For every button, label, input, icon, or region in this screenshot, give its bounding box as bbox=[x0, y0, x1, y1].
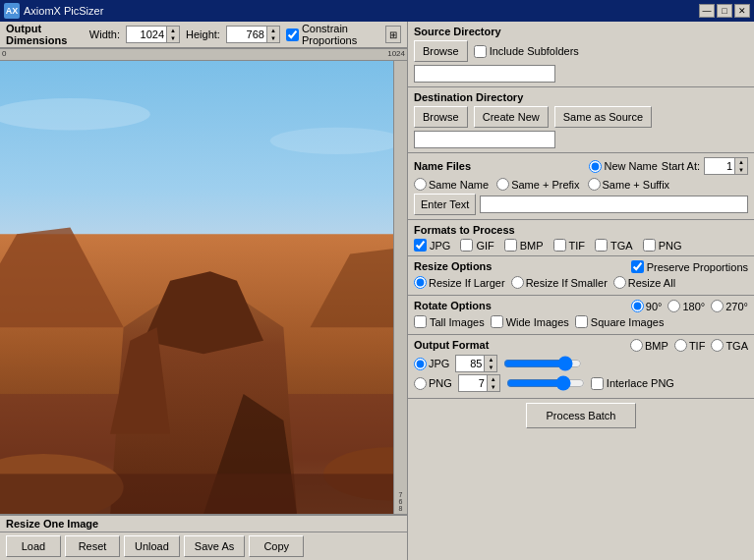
square-images-label[interactable]: Square Images bbox=[575, 315, 665, 328]
tif-format-checkbox[interactable] bbox=[553, 239, 566, 252]
rotate-90-radio[interactable] bbox=[631, 300, 644, 312]
height-down-btn[interactable]: ▼ bbox=[267, 34, 279, 42]
same-as-source-button[interactable]: Same as Source bbox=[554, 106, 652, 128]
png-format-checkbox[interactable] bbox=[643, 239, 656, 252]
resize-if-smaller-radio[interactable] bbox=[511, 276, 524, 289]
process-batch-button[interactable]: Process Batch bbox=[526, 403, 637, 428]
constrain-proportions-checkbox[interactable] bbox=[286, 28, 299, 41]
wide-images-label[interactable]: Wide Images bbox=[491, 315, 569, 328]
name-text-input[interactable] bbox=[480, 196, 748, 213]
output-png-label[interactable]: PNG bbox=[414, 377, 452, 390]
wide-images-checkbox[interactable] bbox=[491, 315, 503, 328]
save-as-button[interactable]: Save As bbox=[184, 535, 245, 557]
output-tif-label[interactable]: TIF bbox=[674, 339, 706, 352]
load-button[interactable]: Load bbox=[6, 535, 61, 557]
unload-button[interactable]: Unload bbox=[124, 535, 180, 557]
minimize-button[interactable]: — bbox=[699, 4, 715, 18]
png-level-input[interactable] bbox=[459, 375, 487, 391]
output-jpg-radio[interactable] bbox=[414, 358, 427, 370]
output-png-radio[interactable] bbox=[414, 377, 427, 390]
include-subfolders-checkbox[interactable] bbox=[474, 45, 487, 58]
new-name-radio-label[interactable]: New Name bbox=[589, 160, 657, 173]
png-level-up-btn[interactable]: ▲ bbox=[488, 375, 499, 383]
jpg-format-checkbox[interactable] bbox=[414, 239, 427, 252]
dest-browse-button[interactable]: Browse bbox=[414, 106, 468, 128]
same-plus-suffix-radio-label[interactable]: Same + Suffix bbox=[588, 178, 670, 191]
rotate-90-label[interactable]: 90° bbox=[631, 300, 663, 312]
rotate-270-radio[interactable] bbox=[711, 300, 724, 312]
source-browse-button[interactable]: Browse bbox=[414, 40, 468, 62]
resize-all-radio[interactable] bbox=[613, 276, 626, 289]
width-input[interactable] bbox=[127, 27, 166, 42]
ratio-button[interactable]: ⊞ bbox=[385, 26, 401, 43]
width-down-btn[interactable]: ▼ bbox=[167, 34, 179, 42]
start-at-spinbox[interactable]: ▲ ▼ bbox=[704, 157, 748, 175]
tif-format-label[interactable]: TIF bbox=[553, 239, 586, 252]
tga-format-label[interactable]: TGA bbox=[595, 239, 633, 252]
same-plus-prefix-radio[interactable] bbox=[496, 178, 509, 191]
output-tga-label[interactable]: TGA bbox=[711, 339, 748, 352]
resize-all-label[interactable]: Resize All bbox=[613, 276, 675, 289]
process-batch-row: Process Batch bbox=[408, 399, 754, 432]
output-tif-radio[interactable] bbox=[674, 339, 687, 352]
jpg-format-label[interactable]: JPG bbox=[414, 239, 450, 252]
jpg-quality-slider[interactable] bbox=[503, 356, 582, 371]
new-name-radio[interactable] bbox=[589, 160, 602, 173]
start-at-input[interactable] bbox=[705, 158, 734, 174]
resize-if-smaller-label[interactable]: Resize If Smaller bbox=[511, 276, 608, 289]
png-level-slider[interactable] bbox=[506, 375, 585, 391]
preserve-proportions-checkbox[interactable] bbox=[631, 260, 644, 273]
jpg-quality-up-btn[interactable]: ▲ bbox=[485, 356, 496, 364]
square-images-checkbox[interactable] bbox=[575, 315, 588, 328]
start-at-down-btn[interactable]: ▼ bbox=[735, 166, 747, 174]
jpg-quality-spinbox[interactable]: ▲ ▼ bbox=[455, 355, 497, 372]
bmp-format-label[interactable]: BMP bbox=[504, 239, 544, 252]
output-format-title: Output Format bbox=[414, 339, 489, 352]
maximize-button[interactable]: □ bbox=[717, 4, 732, 18]
width-spinbox[interactable]: ▲ ▼ bbox=[126, 26, 180, 43]
height-up-btn[interactable]: ▲ bbox=[267, 27, 279, 34]
copy-button[interactable]: Copy bbox=[249, 535, 304, 557]
source-path-input[interactable] bbox=[414, 65, 555, 83]
output-tga-radio[interactable] bbox=[711, 339, 724, 352]
jpg-quality-input[interactable] bbox=[456, 356, 484, 371]
jpg-quality-down-btn[interactable]: ▼ bbox=[485, 364, 496, 371]
resize-options-section: Resize Options Preserve Proportions Resi… bbox=[408, 256, 754, 296]
output-bmp-label[interactable]: BMP bbox=[630, 339, 668, 352]
reset-button[interactable]: Reset bbox=[65, 535, 120, 557]
gif-format-checkbox[interactable] bbox=[460, 239, 473, 252]
include-subfolders-label[interactable]: Include Subfolders bbox=[474, 45, 579, 58]
same-plus-suffix-radio[interactable] bbox=[588, 178, 601, 191]
create-new-button[interactable]: Create New bbox=[474, 106, 549, 128]
interlace-png-checkbox[interactable] bbox=[591, 377, 604, 390]
height-input[interactable] bbox=[227, 27, 266, 42]
image-area: 7 6 8 bbox=[0, 61, 407, 514]
tall-images-label[interactable]: Tall Images bbox=[414, 315, 485, 328]
rotate-270-label[interactable]: 270° bbox=[711, 300, 748, 312]
tall-images-checkbox[interactable] bbox=[414, 315, 427, 328]
rotate-180-label[interactable]: 180° bbox=[667, 300, 705, 312]
enter-text-button[interactable]: Enter Text bbox=[414, 194, 476, 215]
close-button[interactable]: ✕ bbox=[734, 4, 750, 18]
resize-if-larger-radio[interactable] bbox=[414, 276, 427, 289]
width-up-btn[interactable]: ▲ bbox=[167, 27, 179, 34]
same-name-radio-label[interactable]: Same Name bbox=[414, 178, 489, 191]
output-jpg-label[interactable]: JPG bbox=[414, 358, 449, 370]
height-spinbox[interactable]: ▲ ▼ bbox=[226, 26, 280, 43]
bmp-format-checkbox[interactable] bbox=[504, 239, 517, 252]
png-level-down-btn[interactable]: ▼ bbox=[488, 383, 499, 391]
preserve-proportions-label[interactable]: Preserve Proportions bbox=[631, 260, 748, 273]
interlace-png-label[interactable]: Interlace PNG bbox=[591, 377, 674, 390]
rotate-180-radio[interactable] bbox=[667, 300, 680, 312]
tga-format-checkbox[interactable] bbox=[595, 239, 608, 252]
resize-if-larger-label[interactable]: Resize If Larger bbox=[414, 276, 505, 289]
dest-path-input[interactable] bbox=[414, 131, 555, 148]
constrain-proportions-label[interactable]: Constrain Proportions bbox=[286, 23, 379, 46]
gif-format-label[interactable]: GIF bbox=[460, 239, 493, 252]
output-bmp-radio[interactable] bbox=[630, 339, 643, 352]
start-at-up-btn[interactable]: ▲ bbox=[735, 158, 747, 166]
png-format-label[interactable]: PNG bbox=[643, 239, 682, 252]
png-level-spinbox[interactable]: ▲ ▼ bbox=[458, 374, 500, 392]
same-name-radio[interactable] bbox=[414, 178, 427, 191]
same-plus-prefix-radio-label[interactable]: Same + Prefix bbox=[496, 178, 579, 191]
